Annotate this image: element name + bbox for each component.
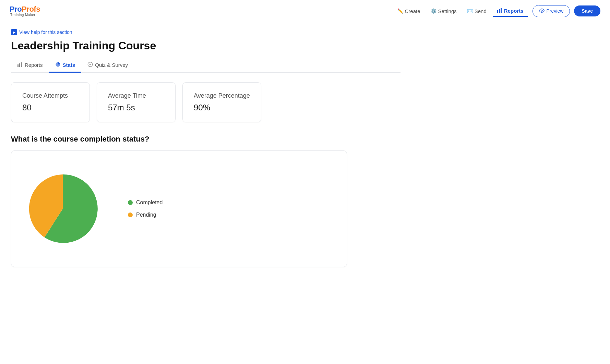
nav-label-create: Create — [405, 8, 420, 14]
preview-button[interactable]: Preview — [533, 5, 570, 17]
nav-label-send: Send — [475, 8, 487, 14]
logo: ProProfs Training Maker — [10, 5, 40, 17]
completion-section-title: What is the course completion status? — [11, 135, 400, 144]
svg-rect-5 — [19, 63, 20, 67]
nav-item-reports[interactable]: Reports — [493, 5, 528, 17]
nav-label-reports: Reports — [504, 8, 524, 14]
stat-card-attempts: Course Attempts 80 — [11, 82, 90, 122]
svg-rect-0 — [497, 10, 498, 13]
chart-legend: Completed Pending — [128, 199, 163, 218]
stat-avg-time-label: Average Time — [108, 92, 164, 99]
logo-profs: Profs — [22, 5, 40, 13]
stats-row: Course Attempts 80 Average Time 57m 5s A… — [11, 82, 400, 122]
stat-card-avg-time: Average Time 57m 5s — [97, 82, 176, 122]
main-content: ▶ View help for this section Leadership … — [0, 22, 411, 274]
tab-stats[interactable]: Stats — [49, 58, 82, 73]
help-link[interactable]: ▶ View help for this section — [11, 29, 400, 35]
send-icon: ✉️ — [467, 8, 473, 14]
stat-card-avg-pct: Average Percentage 90% — [182, 82, 261, 122]
svg-rect-6 — [21, 62, 22, 67]
logo-sub: Training Maker — [10, 13, 40, 17]
help-icon: ▶ — [11, 29, 17, 35]
stat-avg-pct-label: Average Percentage — [194, 92, 250, 99]
svg-rect-4 — [17, 64, 19, 67]
chart-card: Completed Pending — [11, 150, 347, 267]
stat-attempts-value: 80 — [22, 103, 79, 112]
tabs: Reports Stats Quiz & Survey — [11, 58, 400, 73]
stats-tab-icon — [55, 62, 61, 68]
preview-button-label: Preview — [547, 8, 564, 14]
pencil-icon: ✏️ — [397, 8, 403, 14]
nav-item-send[interactable]: ✉️ Send — [463, 6, 491, 16]
tab-reports[interactable]: Reports — [11, 58, 49, 73]
completed-label: Completed — [136, 199, 163, 206]
pie-chart — [25, 171, 100, 246]
nav-label-settings: Settings — [438, 8, 457, 14]
stat-avg-time-value: 57m 5s — [108, 103, 164, 112]
save-button[interactable]: Save — [574, 5, 600, 16]
tab-quiz-survey[interactable]: Quiz & Survey — [81, 58, 134, 73]
save-button-label: Save — [582, 8, 593, 14]
nav-item-create[interactable]: ✏️ Create — [393, 6, 424, 16]
stat-attempts-label: Course Attempts — [22, 92, 79, 99]
stat-avg-pct-value: 90% — [194, 103, 250, 112]
eye-icon — [539, 8, 545, 14]
top-nav: ✏️ Create ⚙️ Settings ✉️ Send Reports — [393, 5, 600, 17]
legend-pending: Pending — [128, 212, 163, 218]
nav-item-settings[interactable]: ⚙️ Settings — [427, 6, 461, 16]
svg-point-3 — [541, 10, 542, 11]
tab-quiz-label: Quiz & Survey — [95, 62, 128, 68]
quiz-tab-icon — [87, 62, 93, 68]
pie-svg — [25, 171, 100, 246]
svg-rect-1 — [499, 9, 500, 13]
tab-reports-label: Reports — [25, 62, 43, 68]
logo-pro: Pro — [10, 5, 22, 13]
header: ProProfs Training Maker ✏️ Create ⚙️ Set… — [0, 0, 610, 22]
gear-icon: ⚙️ — [431, 8, 436, 14]
pending-label: Pending — [136, 212, 156, 218]
page-title: Leadership Training Course — [11, 39, 400, 52]
chart-bar-icon — [497, 8, 502, 14]
tab-stats-label: Stats — [63, 62, 75, 68]
help-link-text: View help for this section — [19, 29, 72, 35]
completed-dot — [128, 200, 133, 205]
pending-dot — [128, 213, 133, 217]
legend-completed: Completed — [128, 199, 163, 206]
svg-rect-2 — [501, 8, 502, 13]
reports-tab-icon — [17, 62, 23, 68]
